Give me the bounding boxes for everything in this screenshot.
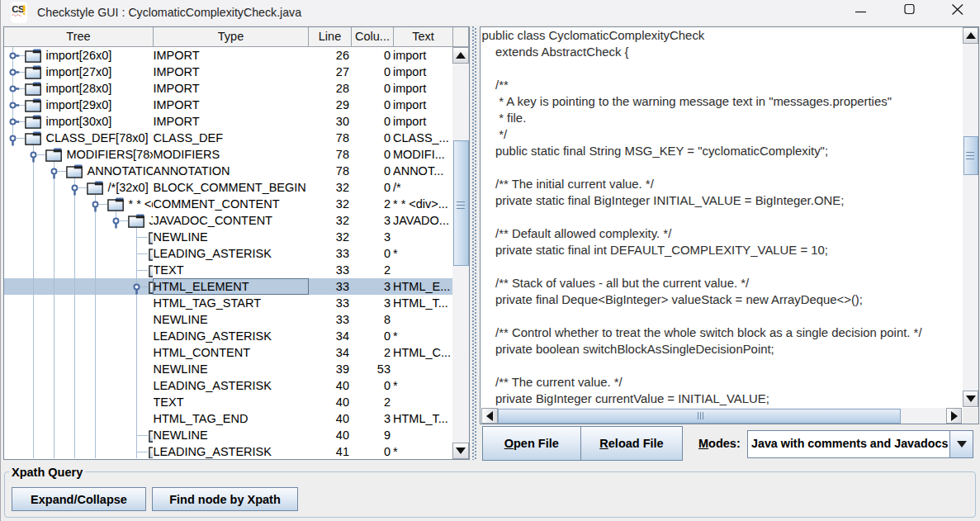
svg-text:CS: CS: [12, 4, 25, 14]
